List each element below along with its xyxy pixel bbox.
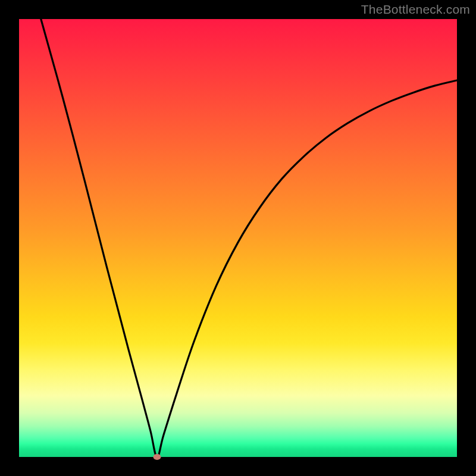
bottleneck-curve — [41, 19, 457, 457]
curve-svg — [19, 19, 457, 457]
plot-area — [19, 19, 457, 457]
optimum-marker — [153, 454, 161, 460]
chart-container: TheBottleneck.com — [0, 0, 476, 476]
watermark-text: TheBottleneck.com — [361, 2, 470, 17]
